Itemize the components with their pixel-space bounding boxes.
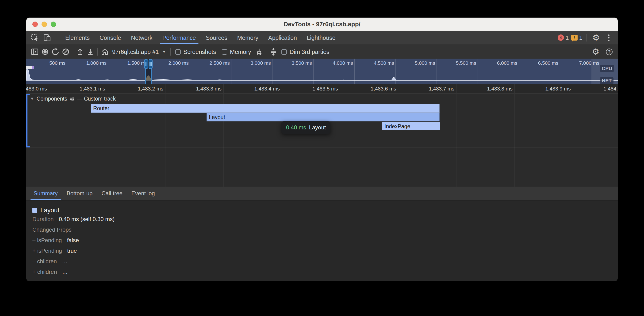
inspect-icon [31, 34, 39, 42]
components-track-header[interactable]: ▼ Components — Custom track [30, 96, 116, 102]
overview-tick: 4,000 ms [333, 60, 353, 66]
capture-settings-button[interactable]: ⚙ [590, 47, 601, 57]
ruler-tick: 1,483.1 ms [80, 84, 105, 93]
flamechart-area[interactable]: ▼ Components — Custom track Router Layou… [26, 94, 618, 187]
ruler-tick: 1,483.2 ms [138, 84, 163, 93]
tab-call-tree[interactable]: Call tree [97, 187, 127, 201]
flame-event-layout[interactable]: Layout [206, 113, 440, 121]
tab-network[interactable]: Network [126, 31, 158, 45]
summary-row: Changed Props [32, 227, 618, 237]
network-request-bar [26, 66, 34, 69]
selected-track-bracket [26, 94, 28, 147]
tooltip-label: Layout [309, 124, 326, 131]
summary-row-label: + children [32, 269, 57, 275]
tab-application[interactable]: Application [263, 31, 302, 45]
home-button[interactable] [100, 47, 110, 57]
tab-lighthouse[interactable]: Lighthouse [302, 31, 340, 45]
timeline-overview[interactable]: 500 ms 1,000 ms 1,500 ms 2,000 ms 2,500 … [26, 59, 618, 84]
issues-button[interactable]: ! 1 [571, 34, 582, 41]
cpu-lane-label: CPU [600, 65, 614, 72]
memory-checkbox-row[interactable]: Memory [219, 48, 254, 55]
device-toolbar-button[interactable] [42, 32, 52, 43]
selection-right-line [151, 68, 152, 84]
target-selector-dropdown[interactable]: 97r6ql.csb.app #1 ▼ [110, 48, 168, 55]
overview-tick: 3,500 ms [292, 60, 312, 66]
tab-elements[interactable]: Elements [60, 31, 94, 45]
gridline [456, 84, 456, 93]
collect-garbage-button[interactable] [254, 47, 264, 57]
inspect-element-button[interactable] [30, 32, 40, 43]
record-button[interactable] [40, 47, 50, 57]
flamechart-ruler: 1,483.0 ms 1,483.1 ms 1,483.2 ms 1,483.3… [26, 84, 618, 93]
settings-button[interactable]: ⚙ [591, 32, 601, 43]
screenshots-label: Screenshots [184, 48, 216, 55]
load-profile-button[interactable] [75, 47, 85, 57]
tab-event-log[interactable]: Event log [127, 187, 159, 201]
summary-event-title: Layout [40, 207, 60, 214]
selection-left-handle[interactable] [144, 59, 148, 69]
gridline [49, 94, 49, 187]
shrink-rows-button[interactable] [268, 47, 278, 57]
device-toolbar-icon [43, 34, 51, 42]
tab-bottom-up[interactable]: Bottom-up [62, 187, 97, 201]
tabbar-left-icons [26, 32, 60, 43]
screenshots-checkbox[interactable] [175, 49, 181, 55]
event-tooltip: 0.40 ms Layout [282, 121, 330, 134]
collapse-vertical-icon [270, 48, 278, 56]
memory-checkbox[interactable] [222, 49, 227, 55]
help-button[interactable]: ? [604, 47, 614, 57]
summary-row-value: … [62, 269, 68, 275]
record-icon [42, 49, 48, 55]
summary-row-label: – children [32, 258, 57, 265]
target-selector-value: 97r6ql.csb.app #1 [112, 48, 159, 55]
net-lane-label: NET [600, 77, 614, 84]
separator [266, 48, 266, 55]
ruler-tick: 1,483.5 ms [312, 84, 338, 93]
tab-memory[interactable]: Memory [232, 31, 263, 45]
flame-event-indexpage[interactable]: IndexPage [382, 122, 440, 130]
overview-tick: 7,000 ms [579, 60, 600, 66]
error-icon: × [558, 34, 564, 41]
tab-performance[interactable]: Performance [158, 31, 201, 45]
summary-row-value: 0.40 ms (self 0.30 ms) [59, 216, 114, 223]
selection-left-line [145, 68, 146, 84]
track-group-divider [26, 147, 618, 147]
tab-console[interactable]: Console [94, 31, 126, 45]
overview-tick: 4,500 ms [374, 60, 394, 66]
summary-row: + children … [32, 269, 618, 279]
console-errors-button[interactable]: × 1 [558, 34, 569, 41]
screenshots-checkbox-row[interactable]: Screenshots [172, 48, 219, 55]
dim-3rd-parties-checkbox[interactable] [282, 49, 287, 55]
reload-icon [51, 48, 60, 56]
track-title: Components [36, 96, 67, 102]
gridline [107, 84, 107, 93]
collapse-triangle-icon[interactable]: ▼ [30, 96, 34, 101]
overview-tick: 5,500 ms [456, 60, 476, 66]
help-icon: ? [606, 48, 612, 55]
record-and-reload-button[interactable] [50, 47, 60, 57]
more-options-button[interactable] [604, 32, 614, 43]
track-subtitle: — Custom track [77, 96, 116, 102]
clear-button[interactable] [60, 47, 71, 57]
tabbar-right: × 1 ! 1 ⚙ [558, 32, 618, 43]
flame-event-router[interactable]: Router [91, 104, 440, 113]
overview-tick: 3,000 ms [251, 60, 271, 66]
selection-right-handle[interactable] [148, 59, 152, 69]
summary-row-value: false [67, 237, 79, 244]
summary-row-value: true [67, 248, 77, 254]
save-profile-button[interactable] [85, 47, 96, 57]
tab-sources[interactable]: Sources [201, 31, 232, 45]
summary-row: – isPending false [32, 237, 618, 248]
ruler-tick: 1,483.7 ms [429, 84, 454, 93]
memory-label: Memory [230, 48, 251, 55]
gridline [398, 84, 398, 93]
summary-row: + isPending true [32, 248, 618, 258]
dim-3rd-parties-checkbox-row[interactable]: Dim 3rd parties [278, 48, 332, 55]
toggle-sidebar-button[interactable] [30, 47, 40, 57]
summary-row-label: Changed Props [32, 227, 72, 233]
summary-panel: Layout Duration 0.40 ms (self 0.30 ms) C… [26, 201, 618, 281]
ruler-tick: 1,483.4 ms [254, 84, 280, 93]
sidebar-panel-icon [31, 48, 39, 56]
separator [585, 48, 585, 55]
tab-summary[interactable]: Summary [29, 187, 62, 201]
